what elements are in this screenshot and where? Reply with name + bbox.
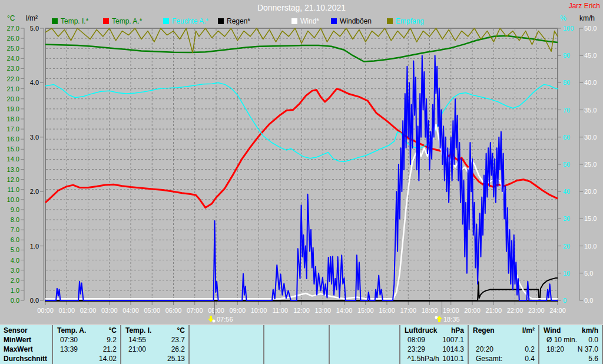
degc-tick-label: 10.0	[7, 196, 19, 203]
degc-tick-label: 11.0	[7, 186, 19, 193]
degc-tick-label: 26.0	[7, 35, 19, 42]
degc-tick-label: 7.0	[11, 226, 19, 233]
degc-tick-label: 12.0	[7, 176, 19, 183]
x-tick-label: 09:00	[229, 307, 246, 314]
lm2-tick-label: 4.0	[30, 79, 39, 86]
lm2-tick-label: 2.0	[30, 188, 39, 195]
table-row-label: Sensor	[0, 326, 52, 336]
x-tick-label: 08:00	[208, 307, 224, 314]
x-tick-label: 18:00	[422, 307, 438, 314]
kmh-tick-label: 45.0	[584, 52, 597, 59]
cell-time: 21:00	[128, 345, 146, 355]
x-tick-label: 12:00	[293, 307, 310, 314]
x-tick-label: 10:00	[251, 307, 267, 314]
cell-time: 07:30	[60, 336, 78, 345]
x-tick-label: 11:00	[272, 307, 288, 314]
x-tick-label: 05:00	[144, 307, 160, 314]
cell-value: 1014.3	[442, 345, 464, 355]
degc-tick-label: 15.0	[7, 145, 19, 153]
sunrise-marker: 07:56	[208, 315, 233, 323]
degc-tick-label: 17.0	[7, 125, 19, 133]
cell-time: 18:20	[546, 345, 564, 355]
x-tick-label: 17:00	[400, 307, 416, 314]
cell-value: 26.2	[171, 345, 185, 355]
pct-tick-label: 60	[563, 134, 570, 141]
table-column-empty	[329, 325, 399, 364]
degc-tick-label: 18.0	[7, 115, 19, 123]
sunrise-icon	[208, 315, 216, 323]
cell-value: N 37.0	[578, 345, 598, 355]
table-column-empty	[188, 325, 263, 364]
degc-tick-label: 13.0	[7, 166, 19, 173]
table-column-regen: Regenl/m²20:200.2Gesamt:0.4	[468, 325, 538, 364]
kmh-tick-label: 35.0	[584, 107, 597, 114]
x-tick-label: 21:00	[485, 307, 502, 314]
column-header: Temp. I.	[125, 326, 151, 336]
sunset-time: 18:35	[443, 316, 460, 323]
lm2-tick-label: 3.0	[30, 134, 39, 141]
kmh-tick-label: 5.0	[584, 270, 593, 277]
x-tick-label: 07:00	[187, 307, 203, 314]
cell-time: 13:39	[60, 345, 78, 355]
cell-value: 0.2	[525, 345, 535, 355]
sunrise-time: 07:56	[217, 316, 233, 323]
column-header: Luftdruck	[405, 326, 437, 336]
cell-value: 1010.1	[442, 355, 464, 364]
x-tick-label: 06:00	[165, 307, 182, 314]
pct-tick-label: 0	[563, 297, 566, 304]
pct-tick-label: 100	[563, 25, 574, 32]
table-row-label: MinWert	[0, 336, 52, 345]
degc-tick-label: 21.0	[7, 85, 19, 92]
x-tick-label: 15:00	[357, 307, 374, 314]
stats-table: SensorMinWertMaxWertDurchschnittTemp. A.…	[0, 325, 603, 364]
degc-tick-label: 23.0	[7, 65, 19, 72]
table-column-luftdruck: LuftdruckhPa08:091007.123:291014.3^1.5hP…	[399, 325, 468, 364]
degc-tick-label: 9.0	[11, 206, 19, 213]
cell-value: 5.6	[588, 355, 598, 364]
pct-tick-label: 30	[563, 215, 570, 222]
pct-tick-label: 70	[563, 107, 570, 114]
table-column-temp-a-: Temp. A.°C07:309.213:3921.214.02	[52, 325, 120, 364]
x-tick-label: 20:00	[464, 307, 481, 314]
cell-value: 25.13	[167, 355, 185, 364]
degc-tick-label: 20.0	[7, 95, 19, 102]
pct-tick-label: 40	[563, 188, 570, 195]
x-tick-label: 14:00	[336, 307, 353, 314]
table-row-label: MaxWert	[0, 345, 52, 355]
kmh-tick-label: 20.0	[584, 188, 597, 195]
x-tick-label: 02:00	[80, 307, 97, 314]
column-unit: °C	[109, 326, 117, 336]
x-tick-label: 24:00	[549, 307, 566, 314]
series-temp_a-line	[45, 89, 558, 208]
pct-tick-label: 90	[563, 52, 570, 59]
column-unit: km/h	[582, 326, 598, 336]
cell-time: 20:20	[476, 345, 493, 355]
x-tick-label: 01:00	[58, 307, 75, 314]
x-tick-label: 16:00	[379, 307, 395, 314]
cell-time: Ø 10 min.	[546, 336, 577, 345]
degc-tick-label: 2.0	[11, 277, 19, 284]
cell-time: 14:55	[128, 336, 146, 345]
x-tick-label: 03:00	[101, 307, 118, 314]
pct-tick-label: 50	[563, 161, 570, 168]
cell-time: ^1.5hPa/h	[407, 355, 439, 364]
cell-value: 21.2	[103, 345, 117, 355]
cell-value: 14.02	[99, 355, 117, 364]
degc-tick-label: 19.0	[7, 105, 19, 112]
x-tick-label: 23:00	[528, 307, 545, 314]
table-column-wind: Windkm/hØ 10 min.0.018:20N 37.05.6	[538, 325, 603, 364]
lm2-tick-label: 5.0	[30, 25, 39, 32]
cell-value: 9.2	[107, 336, 117, 345]
pct-tick-label: 10	[563, 270, 570, 277]
x-tick-label: 19:00	[443, 307, 459, 314]
degc-tick-label: 6.0	[11, 236, 19, 243]
sunset-marker: 18:35	[435, 315, 460, 323]
kmh-tick-label: 40.0	[584, 79, 597, 86]
degc-tick-label: 4.0	[11, 257, 19, 264]
table-column-empty	[263, 325, 329, 364]
column-header: Wind	[544, 326, 561, 336]
column-unit: hPa	[451, 326, 464, 336]
degc-tick-label: 24.0	[7, 55, 19, 62]
degc-tick-label: 16.0	[7, 135, 19, 143]
x-tick-label: 22:00	[507, 307, 524, 314]
